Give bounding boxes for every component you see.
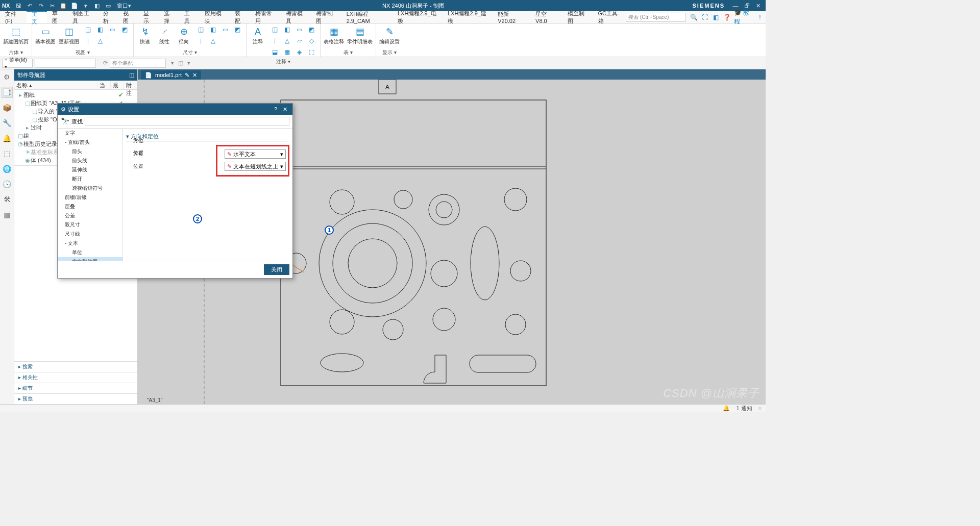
ribbon-button[interactable]: ✎编辑设置	[379, 24, 400, 44]
menu-item[interactable]: LXH编程2.9_电极	[393, 11, 443, 23]
menu-item[interactable]: 模至制图	[562, 11, 593, 23]
ribbon-small-icon[interactable]: ▭	[107, 24, 118, 35]
nav-col[interactable]: 名称 ▴	[14, 81, 97, 89]
nav-col[interactable]: 当	[97, 81, 111, 89]
ribbon-small-icon[interactable]: ▱	[293, 36, 305, 46]
nav-panel[interactable]: ▸ 预览	[14, 393, 137, 404]
menu-item[interactable]: LXH编程2.9_CAM	[341, 11, 393, 23]
misc1-icon[interactable]: ▾	[81, 1, 90, 10]
ribbon-button[interactable]: ▭基本视图	[35, 24, 56, 44]
menu-item[interactable]: 分析	[98, 11, 118, 23]
menu-item[interactable]: 显示	[138, 11, 159, 23]
orientation-select[interactable]: ✎水平文本▾	[225, 149, 286, 159]
ribbon-small-icon[interactable]: △	[94, 36, 106, 46]
nav-panel[interactable]: ▸ 相关性	[14, 372, 137, 383]
ribbon-small-icon[interactable]: △	[281, 36, 292, 46]
rail-grid-icon[interactable]: ▦	[2, 209, 13, 220]
ribbon-small-icon[interactable]: ◧	[207, 24, 218, 35]
menu-item[interactable]: LXH编程2.9_建模	[443, 11, 493, 23]
dialog-nav-item[interactable]: 透视缩短符号	[58, 184, 122, 193]
menu-item[interactable]: 梅雷常用	[250, 11, 281, 23]
menu-item[interactable]: 文件(F)	[0, 11, 27, 23]
filter-icon[interactable]: ⟳	[103, 60, 108, 66]
ribbon-small-icon[interactable]: ◩	[232, 24, 243, 35]
ribbon-button[interactable]: ↯快速	[137, 24, 153, 44]
ribbon-small-icon[interactable]: ▭	[293, 24, 305, 35]
ribbon-small-icon[interactable]: ◧	[94, 24, 106, 35]
sel3-icon[interactable]: ▾	[187, 60, 190, 66]
dialog-nav-item[interactable]: 箭头	[58, 147, 122, 156]
ribbon-small-icon[interactable]: ⟊	[269, 36, 280, 46]
menu-item[interactable]: 应用模块	[200, 11, 230, 23]
dialog-nav-item[interactable]: 尺寸线	[58, 230, 122, 239]
cut-icon[interactable]: ✂	[47, 1, 57, 10]
nav-dock-icon[interactable]: ◫	[129, 72, 134, 79]
nav-panel[interactable]: ▸ 搜索	[14, 361, 137, 372]
misc2-icon[interactable]: ◧	[92, 1, 102, 10]
tree-row[interactable]: ▸ 图纸✔	[14, 91, 137, 99]
dialog-search-input[interactable]	[85, 117, 289, 126]
dialog-nav[interactable]: 文字- 直线/箭头箭头箭头线延伸线断开透视缩短符号前缀/后缀层叠公差双尺寸尺寸线…	[58, 129, 123, 261]
ribbon-small-icon[interactable]: ◈	[293, 47, 305, 57]
tutorial-button[interactable]: 🎓 教程	[734, 12, 753, 22]
ribbon-small-icon[interactable]: △	[207, 36, 218, 46]
filter-dropdown[interactable]	[35, 59, 96, 68]
assembly-filter[interactable]: 整个装配	[110, 59, 166, 68]
redo-icon[interactable]: ↷	[36, 1, 45, 10]
ribbon-small-icon[interactable]: ▦	[281, 47, 292, 57]
ribbon-small-icon[interactable]: ◇	[306, 36, 317, 46]
menu-item[interactable]: 星空 V8.0	[530, 11, 562, 23]
paste-icon[interactable]: 📄	[70, 1, 79, 10]
rail-box-icon[interactable]: 📦	[2, 102, 13, 113]
dialog-nav-item[interactable]: 双尺寸	[58, 220, 122, 230]
menu-tool-icon[interactable]: ⛶	[700, 12, 709, 22]
ribbon-button[interactable]: ◫更新视图	[59, 24, 79, 44]
dialog-nav-item[interactable]: 单位	[58, 248, 122, 257]
menu-search[interactable]: 搜索 (Ctrl+Space)	[626, 13, 686, 22]
rail-tool-icon[interactable]: 🔧	[2, 117, 13, 129]
ribbon-small-icon[interactable]: ⟊	[82, 36, 93, 46]
ribbon-button[interactable]: ⟋线性	[156, 24, 173, 44]
position-select[interactable]: ✎文本在短划线之上▾	[225, 162, 286, 171]
dialog-close-icon[interactable]: ✕	[280, 106, 289, 113]
menu-item[interactable]: 梅雷模具	[281, 11, 311, 23]
rail-wrench-icon[interactable]: 🛠	[2, 194, 13, 205]
ribbon-small-icon[interactable]: ⬚	[306, 47, 317, 57]
ribbon-small-icon[interactable]: ▭	[219, 24, 231, 35]
ribbon-small-icon[interactable]: ◫	[195, 24, 206, 35]
ribbon-small-icon[interactable]: ◫	[82, 24, 93, 35]
menu-tool-icon[interactable]: 🔍	[689, 12, 698, 22]
ribbon-small-icon[interactable]: ⟊	[195, 36, 206, 46]
rail-nav-icon[interactable]: 📑	[2, 87, 13, 98]
ribbon-small-icon[interactable]: ◩	[306, 24, 317, 35]
ribbon-small-icon[interactable]: ◩	[119, 24, 130, 35]
dialog-titlebar[interactable]: ⚙ 设置 ? ✕	[58, 104, 292, 115]
tab-close-icon[interactable]: ✕	[192, 72, 197, 79]
dialog-nav-item[interactable]: - 文本	[58, 239, 122, 248]
menu-item[interactable]: 装配	[230, 11, 250, 23]
nav-col[interactable]: 附注	[124, 81, 137, 89]
menu-tool-icon[interactable]: ❓	[723, 12, 732, 22]
menu-item[interactable]: 视图	[118, 11, 138, 23]
menu-item[interactable]: 制图工具	[67, 11, 98, 23]
sel1-icon[interactable]: ▾	[171, 60, 174, 66]
ribbon-button[interactable]: ▤零件明细表	[347, 24, 373, 44]
dialog-nav-item[interactable]: 前缀/后缀	[58, 193, 122, 202]
rail-globe-icon[interactable]: 🌐	[2, 163, 13, 174]
menu-item[interactable]: 选择	[159, 11, 179, 23]
notify-count[interactable]: 1 通知	[736, 405, 752, 412]
ribbon-button[interactable]: ⬚新建图纸页	[3, 24, 29, 44]
nav-panel[interactable]: ▸ 细节	[14, 383, 137, 393]
ribbon-button[interactable]: ⊕径向	[176, 24, 192, 44]
rail-gear-icon[interactable]: ⚙	[2, 71, 13, 83]
dialog-help-icon[interactable]: ?	[271, 106, 280, 112]
rail-bell-icon[interactable]: 🔔	[2, 133, 13, 144]
rail-cube-icon[interactable]: ⬚	[2, 148, 13, 159]
ribbon-button[interactable]: A注释	[250, 24, 266, 44]
undo-icon[interactable]: ↶	[25, 1, 34, 10]
dialog-nav-item[interactable]: 箭头线	[58, 156, 122, 165]
save-icon[interactable]: 🖫	[14, 1, 23, 10]
menu-dropdown[interactable]: ≡ 菜单(M) ▾	[2, 59, 33, 68]
dialog-nav-item[interactable]: - 直线/箭头	[58, 138, 122, 147]
dialog-nav-item[interactable]: 方向和位置	[58, 257, 122, 261]
